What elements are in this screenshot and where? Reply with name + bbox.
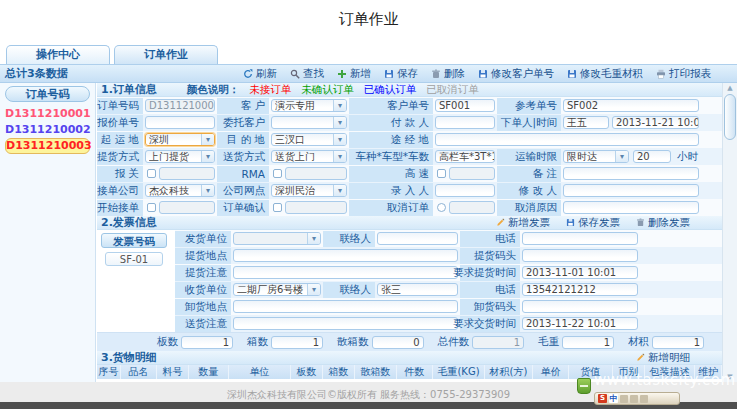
keyboard-icon[interactable] [630,395,638,403]
goods-column-header[interactable]: 板数 [291,365,323,379]
goods-column-header[interactable]: 毛重(KG) [433,365,485,379]
ime-settings-icon[interactable] [640,395,648,403]
transport-hours-input[interactable]: 20 [633,150,671,163]
goods-column-header[interactable]: 材积(方) [485,365,533,379]
pickup-method-select[interactable]: 上门提货 [145,150,215,163]
modify-gross-volume-button[interactable]: 修改毛重材积 [567,67,643,81]
shipper-contact-input[interactable] [377,232,458,245]
recycle-cup-icon[interactable] [577,378,591,394]
ime-punctuation-icon[interactable] [620,395,628,403]
invoice-no-item[interactable]: SF-01 [105,252,163,266]
shipper-phone-input[interactable] [522,232,638,245]
chevron-down-icon[interactable] [333,185,346,196]
cancel-order-radio[interactable] [437,203,446,212]
goods-column-header[interactable]: 件数 [397,365,433,379]
delivery-time-input[interactable]: 2013-11-22 10:01 [522,317,638,330]
order-list-item[interactable]: D1311210002 [5,122,90,138]
save-invoice-button[interactable]: 保存发票 [566,216,620,230]
modify-person-input[interactable] [563,184,699,197]
chevron-down-icon[interactable] [201,185,214,196]
goods-column-header[interactable]: 维护 [695,365,722,379]
loose-boxes-input[interactable]: 0 [372,336,424,349]
scroll-up-icon[interactable] [723,83,737,93]
chevron-down-icon[interactable] [333,151,346,162]
chevron-down-icon[interactable] [307,233,320,244]
goods-column-header[interactable]: 单位 [229,365,291,379]
consignee-select[interactable]: 二期厂房6号楼 [233,283,321,296]
cancel-reason-input[interactable] [563,201,699,214]
tab-operation-center[interactable]: 操作中心 [6,45,110,64]
invoice-no-header[interactable]: 发票号码 [101,233,167,248]
cancel-order-field[interactable] [449,201,495,214]
order-confirm-field[interactable] [285,201,347,214]
pickup-dock-input[interactable] [522,249,638,262]
goods-column-header[interactable]: 料号 [157,365,189,379]
pickup-time-input[interactable]: 2013-11-01 10:01 [522,266,638,279]
volume-input[interactable]: 1 [652,336,704,349]
order-list-header[interactable]: 订单号码 [5,86,90,102]
origin-select[interactable]: 深圳 [145,133,215,146]
consignee-contact-input[interactable]: 张三 [377,283,458,296]
goods-column-header[interactable]: 币别 [613,365,645,379]
goods-column-header[interactable]: 单价 [533,365,569,379]
vertical-scrollbar[interactable] [722,83,737,382]
goods-column-header[interactable]: 品名 [121,365,157,379]
start-accept-checkbox[interactable] [147,203,156,212]
transport-limit-select[interactable]: 限时达 [563,150,629,163]
destination-select[interactable]: 三汊口 [271,133,347,146]
delivery-note-input[interactable] [233,317,458,330]
unload-dock-input[interactable] [522,300,638,313]
chevron-down-icon[interactable] [201,134,214,145]
rma-checkbox[interactable] [273,169,282,178]
pickup-note-input[interactable] [233,266,458,279]
entrust-customer-select[interactable] [271,116,347,129]
goods-column-header[interactable]: 散箱数 [355,365,397,379]
chevron-down-icon[interactable] [333,100,346,111]
remark-input[interactable] [563,167,699,180]
start-accept-field[interactable] [159,201,215,214]
payer-input[interactable] [435,116,495,129]
chevron-down-icon[interactable] [307,284,320,295]
order-time-input[interactable]: 2013-11-21 10:01 [612,116,699,129]
find-button[interactable]: 查找 [290,67,324,81]
add-button[interactable]: 新增 [337,67,371,81]
chinese-mode-icon[interactable]: 中 [609,394,618,403]
refresh-button[interactable]: 刷新 [243,67,277,81]
chevron-down-icon[interactable] [615,151,628,162]
orderer-name-input[interactable]: 王五 [563,116,609,129]
chevron-down-icon[interactable] [333,117,346,128]
tab-order-work[interactable]: 订单作业 [114,45,218,64]
add-detail-button[interactable]: 新增明细 [636,351,690,365]
goods-column-header[interactable]: 序号 [97,365,121,379]
gross-weight-input[interactable]: 1 [562,336,614,349]
order-list-item[interactable]: D1311210001 [5,106,90,122]
highway-field[interactable] [449,167,495,180]
save-button[interactable]: 保存 [384,67,418,81]
order-confirm-checkbox[interactable] [273,203,282,212]
highway-checkbox[interactable] [437,169,446,178]
delivery-method-select[interactable]: 送货上门 [271,150,347,163]
shipper-select[interactable] [233,232,321,245]
branch-select[interactable]: 深圳民治 [271,184,347,197]
boxes-input[interactable]: 1 [271,336,323,349]
rma-field[interactable] [285,167,347,180]
modify-customer-no-button[interactable]: 修改客户单号 [478,67,554,81]
scroll-down-icon[interactable] [723,372,737,382]
customs-checkbox[interactable] [147,169,156,178]
delete-button[interactable]: 删除 [431,67,465,81]
pallets-input[interactable]: 1 [181,336,233,349]
pickup-place-input[interactable] [233,249,458,262]
ref-no-input[interactable]: SF002 [563,99,699,112]
accept-company-select[interactable]: 杰众科技 [145,184,215,197]
ime-language-bar[interactable]: S 中 [594,392,680,405]
ime-logo-icon[interactable]: S [598,394,607,403]
vehicle-input[interactable]: 高栏车*3T*1 [435,150,495,163]
print-report-button[interactable]: 打印报表 [656,67,711,81]
order-list-item-selected[interactable]: D1311210003 [5,138,90,154]
goods-column-header[interactable]: 箱数 [323,365,355,379]
goods-column-header[interactable]: 数量 [189,365,229,379]
order-no-input[interactable]: D1311210003 [145,99,215,112]
entry-person-input[interactable] [435,184,495,197]
customs-field[interactable] [159,167,215,180]
goods-column-header[interactable]: 货值 [569,365,613,379]
